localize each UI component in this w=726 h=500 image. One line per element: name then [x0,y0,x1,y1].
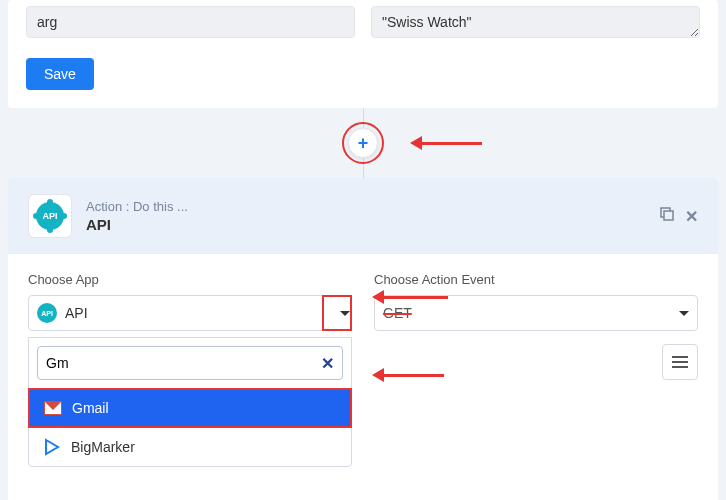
choose-app-selected: API [65,305,88,321]
add-step-zone: + [0,108,726,178]
field-row: "Swiss Watch" [26,0,700,38]
app-search-wrapper: ✕ [37,346,343,380]
api-icon: API [37,303,57,323]
action-card: API Action : Do this ... API ✕ Choose Ap… [8,178,718,500]
action-app-name: API [86,216,659,233]
choose-event-label: Choose Action Event [374,272,698,287]
action-body: Choose App API API ✕ [8,254,718,500]
bigmarker-icon [43,438,61,456]
choose-event-selected: GET [383,305,412,321]
annotation-box-caret [322,295,352,331]
api-icon: API [36,202,64,230]
action-header-text: Action : Do this ... API [86,199,659,233]
choose-app-select[interactable]: API API [28,295,352,331]
value-textarea[interactable]: "Swiss Watch" [371,6,700,38]
hamburger-icon [672,356,688,368]
save-button[interactable]: Save [26,58,94,90]
choose-app-column: Choose App API API ✕ [28,272,352,467]
close-icon[interactable]: ✕ [685,207,698,226]
annotation-arrow [410,136,482,150]
dropdown-item-gmail[interactable]: Gmail [28,388,352,428]
reorder-button[interactable] [662,344,698,380]
arg-input[interactable] [26,6,355,38]
gmail-icon [44,401,62,415]
dropdown-item-bigmarker[interactable]: BigMarker [29,428,351,466]
add-step-button[interactable]: + [348,128,378,158]
svg-rect-1 [664,211,673,220]
app-icon-box: API [28,194,72,238]
plus-icon: + [358,133,369,154]
clear-search-icon[interactable]: ✕ [321,354,334,373]
annotation-arrow [372,368,444,382]
dropdown-item-label: Gmail [72,400,109,416]
chevron-down-icon [679,311,689,316]
header-actions: ✕ [659,206,698,226]
chevron-down-icon [340,311,350,316]
choose-app-label: Choose App [28,272,352,287]
dropdown-item-label: BigMarker [71,439,135,455]
copy-icon[interactable] [659,206,675,226]
annotation-arrow [372,290,448,304]
choose-app-dropdown: ✕ Gmail BigMarker [28,337,352,467]
action-type-label: Action : Do this ... [86,199,659,214]
app-search-input[interactable] [46,355,321,371]
form-card: "Swiss Watch" Save [8,0,718,108]
action-header[interactable]: API Action : Do this ... API ✕ [8,178,718,254]
